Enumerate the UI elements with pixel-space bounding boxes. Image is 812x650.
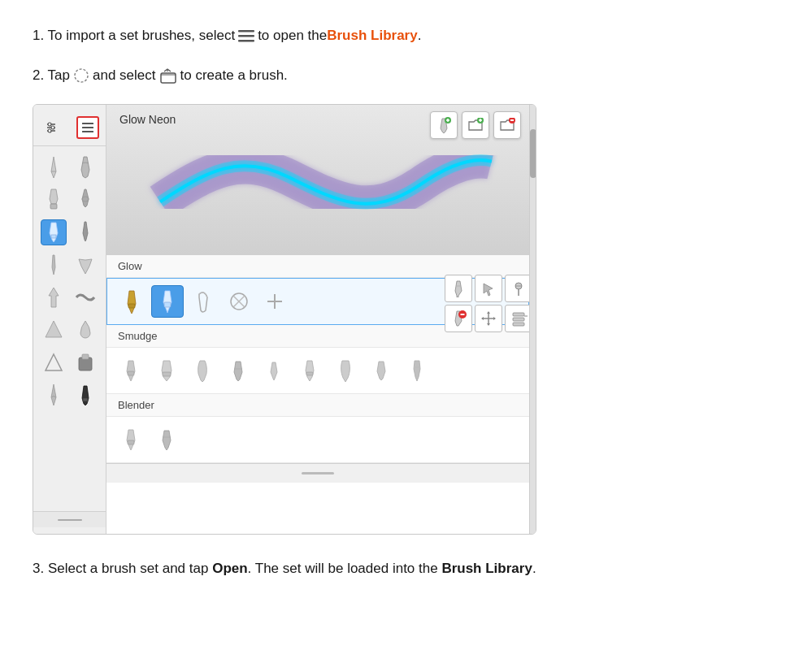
brush-fan[interactable] bbox=[72, 252, 98, 278]
new-folder-btn[interactable] bbox=[462, 111, 489, 139]
svg-point-9 bbox=[48, 123, 51, 126]
category-blender: Blender bbox=[106, 394, 529, 463]
step3-text2: . The set will be loaded into the bbox=[248, 561, 442, 576]
smudge-brush-9[interactable] bbox=[401, 354, 433, 387]
brush-row-2 bbox=[33, 184, 106, 216]
glow-context-menu bbox=[445, 275, 529, 332]
svg-marker-20 bbox=[49, 288, 59, 307]
svg-point-3 bbox=[75, 69, 88, 82]
step2-instruction: 2. Tap and select to create a brush. bbox=[33, 64, 779, 86]
brush-wave[interactable] bbox=[72, 284, 98, 310]
brush-triangle[interactable] bbox=[41, 317, 67, 343]
settings-icon-btn[interactable] bbox=[40, 116, 63, 139]
brush-row-1 bbox=[33, 151, 106, 184]
import-set-btn[interactable] bbox=[493, 111, 521, 139]
brush-row-3 bbox=[33, 216, 106, 249]
svg-rect-1 bbox=[238, 35, 254, 37]
tap-icon bbox=[73, 67, 89, 84]
import-icon bbox=[159, 67, 177, 84]
category-smudge: Smudge bbox=[106, 325, 529, 394]
step1-text-before: 1. To import a set brushes, select bbox=[33, 24, 235, 46]
brush-small-tip[interactable] bbox=[41, 252, 67, 278]
svg-marker-22 bbox=[46, 354, 62, 370]
ctx-col1 bbox=[445, 275, 472, 332]
ctx-new-brush-btn[interactable] bbox=[445, 275, 472, 302]
svg-rect-14 bbox=[82, 131, 93, 132]
svg-marker-47 bbox=[487, 323, 490, 326]
category-blender-brushes bbox=[106, 417, 529, 463]
brush-dark[interactable] bbox=[72, 219, 98, 245]
svg-rect-59 bbox=[163, 372, 171, 376]
svg-rect-2 bbox=[238, 40, 254, 42]
smudge-brush-8[interactable] bbox=[365, 354, 397, 387]
menu-icon-btn-highlighted[interactable] bbox=[76, 116, 99, 139]
glow-brush-1[interactable] bbox=[115, 285, 148, 318]
brush-list[interactable]: Glow bbox=[106, 255, 529, 534]
step2-text-middle: and select bbox=[93, 64, 156, 86]
brush-nozzle-1[interactable] bbox=[72, 154, 98, 180]
glow-brush-plus[interactable] bbox=[258, 285, 291, 318]
ctx-col2 bbox=[475, 275, 502, 332]
svg-rect-25 bbox=[83, 398, 88, 401]
scrollbar[interactable] bbox=[529, 105, 536, 534]
brush-box[interactable] bbox=[72, 349, 98, 375]
brush-spike[interactable] bbox=[41, 382, 67, 408]
smudge-brush-3[interactable] bbox=[186, 354, 219, 387]
ctx-pin-btn[interactable] bbox=[505, 275, 529, 302]
svg-marker-21 bbox=[46, 321, 62, 337]
glow-brush-3[interactable] bbox=[187, 285, 219, 318]
brush-nozzle-2[interactable] bbox=[72, 187, 98, 213]
brush-preview: Glow Neon bbox=[106, 105, 529, 255]
smudge-brush-1[interactable] bbox=[115, 354, 147, 387]
category-glow-brushes bbox=[106, 278, 529, 325]
brush-triangle2[interactable] bbox=[41, 349, 67, 375]
step3-bold1: Open bbox=[212, 561, 247, 576]
brush-row-4 bbox=[33, 249, 106, 281]
add-brush-btn[interactable] bbox=[430, 111, 458, 139]
svg-marker-48 bbox=[481, 317, 484, 320]
step1-text-middle: to open the bbox=[258, 24, 327, 46]
glow-brush-4[interactable] bbox=[223, 285, 255, 318]
svg-rect-17 bbox=[50, 204, 57, 209]
svg-rect-12 bbox=[82, 123, 93, 124]
svg-rect-55 bbox=[513, 323, 524, 326]
ctx-delete-brush-btn[interactable] bbox=[445, 305, 472, 332]
brush-library-diagram: Glow Neon bbox=[33, 104, 536, 535]
blender-brush-2[interactable] bbox=[150, 423, 183, 456]
brush-library-highlight: Brush Library bbox=[327, 24, 417, 46]
smudge-brush-7[interactable] bbox=[329, 354, 362, 387]
brush-arrow[interactable] bbox=[41, 284, 67, 310]
smudge-brush-4[interactable] bbox=[222, 354, 254, 387]
svg-rect-35 bbox=[164, 302, 171, 307]
ctx-cursor-btn[interactable] bbox=[475, 275, 502, 302]
smudge-brush-2[interactable] bbox=[150, 354, 183, 387]
toolbar-bottom bbox=[33, 511, 106, 527]
brush-row-6 bbox=[33, 314, 106, 346]
step1-text-after: . bbox=[418, 24, 422, 46]
brush-row-5 bbox=[33, 281, 106, 314]
smudge-brush-6[interactable] bbox=[293, 354, 326, 387]
toolbar-top-row bbox=[33, 111, 106, 146]
brush-row-8 bbox=[33, 379, 106, 411]
blender-brush-1[interactable] bbox=[115, 423, 147, 456]
ctx-stack-btn[interactable] bbox=[505, 305, 529, 332]
ctx-move-btn[interactable] bbox=[475, 305, 502, 332]
svg-rect-23 bbox=[79, 358, 92, 370]
svg-rect-61 bbox=[306, 372, 313, 375]
brush-pencil[interactable] bbox=[41, 154, 67, 180]
brush-row-7 bbox=[33, 346, 106, 379]
brush-flat[interactable] bbox=[41, 187, 67, 213]
brush-black[interactable] bbox=[72, 382, 98, 408]
svg-rect-53 bbox=[513, 313, 524, 316]
svg-point-11 bbox=[48, 129, 51, 132]
smudge-brush-5[interactable] bbox=[258, 354, 290, 387]
left-toolbar bbox=[33, 105, 106, 534]
category-blender-name: Blender bbox=[118, 399, 154, 411]
scrollbar-thumb[interactable] bbox=[530, 129, 536, 178]
brush-selected[interactable] bbox=[41, 219, 67, 245]
brush-drop[interactable] bbox=[72, 317, 98, 343]
svg-rect-54 bbox=[513, 318, 524, 321]
svg-rect-58 bbox=[128, 371, 134, 375]
panel-handle bbox=[302, 472, 334, 474]
glow-brush-2-selected[interactable] bbox=[151, 285, 184, 318]
